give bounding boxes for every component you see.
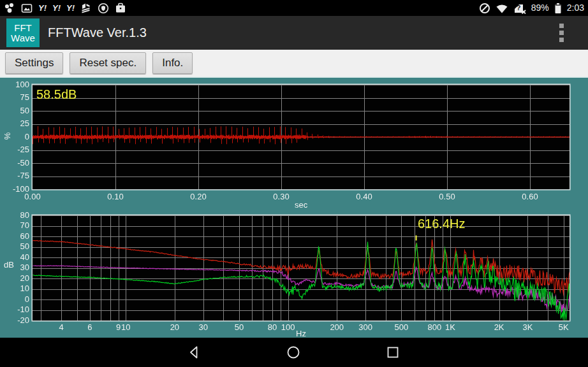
no-sim-signal-icon: ? [513,3,526,14]
status-bar: Y! Y! Y! [0,0,588,16]
no-sim-question-badge: ? [517,4,521,11]
app-cluster-icon [4,3,15,14]
wifi-icon [496,3,508,14]
app-logo-line1: FFT [14,23,32,33]
home-icon[interactable] [286,345,301,360]
app-logo: FFT Wave [6,18,40,47]
chart-area: 58.5dB 616.4Hz % sec dB Hz [0,78,588,338]
clock-label: 2:03 [567,0,584,16]
app-logo-line2: Wave [11,33,35,43]
battery-icon [554,3,562,14]
android-screen: Y! Y! Y! [0,0,588,367]
toolbar: Settings Reset spec. Info. [0,50,588,78]
overflow-menu-icon[interactable] [555,20,568,46]
app-title: FFTWave Ver.1.3 [48,25,147,40]
briefcase-icon [115,3,126,14]
charts-canvas[interactable] [0,78,588,338]
info-button[interactable]: Info. [152,52,193,74]
recents-icon[interactable] [385,345,401,360]
reset-spec-button[interactable]: Reset spec. [70,52,146,74]
book-icon [80,3,92,14]
settings-button[interactable]: Settings [5,52,63,74]
shield-icon [98,3,109,14]
gallery-icon [21,3,33,14]
yahoo-icon: Y! [38,3,47,14]
yahoo-icon: Y! [66,3,75,14]
app-bar: FFT Wave FFTWave Ver.1.3 [0,16,588,50]
back-icon[interactable] [187,345,202,360]
yahoo-icon: Y! [52,3,61,14]
do-not-disturb-icon [479,3,490,14]
navigation-bar [0,338,588,367]
battery-percent-label: 89% [531,0,549,16]
